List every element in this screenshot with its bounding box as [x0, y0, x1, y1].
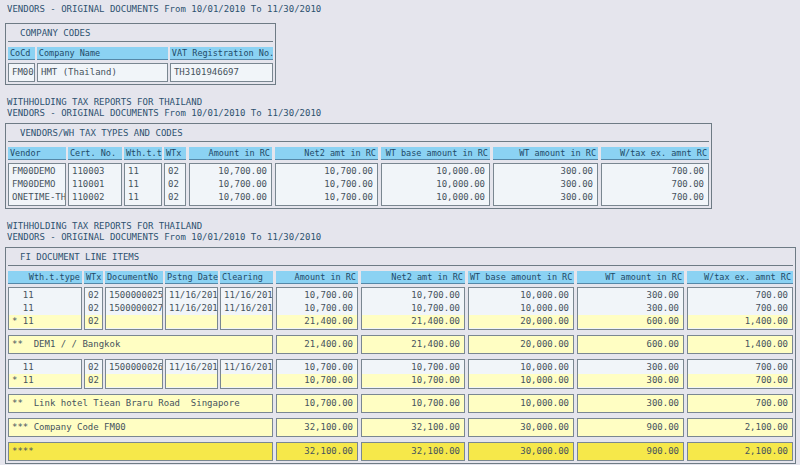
column-header-vat-no: VAT Registration No.	[170, 47, 273, 60]
cell: 10,700.00	[277, 302, 357, 315]
cell: 700.00	[602, 165, 708, 178]
cell: FM00DEMO	[9, 165, 65, 178]
wt-amount-rc-cell: 900.00	[577, 442, 684, 461]
report-title: WITHHOLDING TAX REPORTS FOR THAILAND	[7, 221, 800, 232]
subtotal-cell	[106, 315, 162, 328]
column-header-amount-rc: Amount in RC	[276, 271, 358, 284]
cell: ONETIME-TH	[9, 191, 65, 204]
cell: 11	[9, 361, 81, 374]
fi-line-items-section: FI DOCUMENT LINE ITEMS Wth.t.type WTx Do…	[5, 247, 796, 464]
cell: 02	[85, 361, 102, 374]
wth-t-type-column: 11 * 11	[8, 359, 82, 389]
subtotal-cell	[166, 315, 217, 328]
amount-rc-column: 10,700.00 10,700.00 10,700.00	[189, 163, 272, 206]
cell: 10,700.00	[276, 191, 377, 204]
fi-group-1: 11 11 * 11 02 02 02 1500000025 150000002…	[8, 287, 793, 330]
subtotal-cell	[166, 374, 217, 387]
wt-base-rc-column: 10,000.00 10,000.00	[468, 359, 574, 389]
net2-rc-cell: 21,400.00	[361, 335, 465, 354]
amount-rc-column: 10,700.00 10,700.00	[276, 359, 358, 389]
fi-header-row: Wth.t.type WTx DocumentNo Pstng Date Cle…	[8, 271, 793, 284]
cell: 11/16/2010	[166, 289, 217, 302]
subtotal-cell: 1,400.00	[688, 315, 792, 328]
cell: 110002	[69, 191, 121, 204]
wtax-exempt-rc-cell: 700.00	[687, 394, 793, 413]
cell: 10,000.00	[469, 289, 573, 302]
wt-amount-rc-cell: 600.00	[577, 335, 684, 354]
vendor-total-row-link-hotel: ** Link hotel Tiean Braru Road Singapore…	[8, 394, 793, 413]
wt-amount-rc-column: 300.00 300.00 300.00	[493, 163, 598, 206]
wtax-exempt-rc-column: 700.00 700.00	[687, 359, 793, 389]
net2-rc-cell: 10,700.00	[361, 394, 465, 413]
column-header-wth-t-type: Wth.t.type	[8, 271, 82, 284]
wt-amount-rc-column: 300.00 300.00	[577, 359, 684, 389]
wtx-column: 02 02	[84, 359, 103, 389]
net2-rc-column: 10,700.00 10,700.00	[361, 359, 465, 389]
wtx-column: 02 02 02	[84, 287, 103, 330]
cell: 10,000.00	[382, 191, 489, 204]
cell: 10,700.00	[276, 165, 377, 178]
column-header-company-name: Company Name	[37, 47, 168, 60]
cell: 10,700.00	[277, 361, 357, 374]
cell: 10,700.00	[190, 165, 271, 178]
cell: 02	[85, 289, 102, 302]
pstng-date-column: 11/16/2010 11/16/2010	[165, 287, 218, 330]
vendor-tax-rows: FM00DEMO FM00DEMO ONETIME-TH 110003 1100…	[8, 163, 709, 206]
wt-base-rc-cell: 10,000.00	[468, 394, 574, 413]
cell: 300.00	[494, 191, 597, 204]
cocd-cell: FM00	[8, 63, 35, 82]
cell: 11/16/2010	[221, 302, 272, 315]
subtotal-cell	[221, 374, 272, 387]
column-header-wt-base-rc: WT base amount in RC	[381, 147, 490, 160]
company-codes-title: COMPANY CODES	[8, 26, 273, 42]
company-total-label-cell: *** Company Code FM00	[8, 418, 273, 437]
subtotal-cell: 600.00	[578, 315, 683, 328]
column-header-wtx: WTx	[164, 147, 186, 160]
column-header-clearing: Clearing	[220, 271, 273, 284]
column-header-documentno: DocumentNo	[105, 271, 163, 284]
column-header-wtax-exempt-rc: W/tax ex. amnt RC	[687, 271, 793, 284]
report-title: WITHHOLDING TAX REPORTS FOR THAILAND	[7, 97, 800, 108]
cell: 10,700.00	[276, 178, 377, 191]
wth-t-t-column: 11 11 11	[124, 163, 162, 206]
wt-base-rc-column: 10,000.00 10,000.00 10,000.00	[381, 163, 490, 206]
vendor-tax-section: VENDORS/WH TAX TYPES AND CODES Vendor Ce…	[5, 123, 712, 209]
subtotal-cell: 21,400.00	[277, 315, 357, 328]
wt-amount-rc-cell: 300.00	[577, 394, 684, 413]
cell: 300.00	[494, 178, 597, 191]
documentno-column: 1500000026	[105, 359, 163, 389]
vendor-tax-title: VENDORS/WH TAX TYPES AND CODES	[8, 126, 709, 142]
wt-base-rc-cell: 20,000.00	[468, 335, 574, 354]
cell: 02	[165, 178, 185, 191]
subtotal-cell: 700.00	[688, 374, 792, 387]
wtx-column: 02 02 02	[164, 163, 186, 206]
subtotal-cell: 10,700.00	[362, 374, 464, 387]
vendor-total-label-cell: ** Link hotel Tiean Braru Road Singapore	[8, 394, 273, 413]
report-page: VENDORS - ORIGINAL DOCUMENTS From 10/01/…	[0, 0, 800, 464]
subtotal-cell: 10,000.00	[469, 374, 573, 387]
wt-amount-rc-column: 300.00 300.00 600.00	[577, 287, 684, 330]
vendor-total-row-dem1: ** DEM1 / / Bangkok 21,400.00 21,400.00 …	[8, 335, 793, 354]
cell: 11/16/2010	[221, 289, 272, 302]
amount-rc-cell: 32,100.00	[276, 418, 358, 437]
cell: 11	[125, 165, 161, 178]
net2-rc-cell: 32,100.00	[361, 418, 465, 437]
cell: 110001	[69, 178, 121, 191]
cell: 10,700.00	[362, 361, 464, 374]
wt-amount-rc-cell: 900.00	[577, 418, 684, 437]
amount-rc-cell: 21,400.00	[276, 335, 358, 354]
column-header-wt-base-rc: WT base amount in RC	[468, 271, 574, 284]
net2-rc-column: 10,700.00 10,700.00 21,400.00	[361, 287, 465, 330]
subtotal-cell: 02	[85, 315, 102, 328]
wt-base-rc-cell: 30,000.00	[468, 442, 574, 461]
amount-rc-cell: 10,700.00	[276, 394, 358, 413]
cell: 11/16/2010	[166, 302, 217, 315]
amount-rc-column: 10,700.00 10,700.00 21,400.00	[276, 287, 358, 330]
cell: 11	[9, 302, 81, 315]
cell: 700.00	[602, 178, 708, 191]
vat-no-cell: TH3101946697	[170, 63, 273, 82]
cell: 10,000.00	[382, 178, 489, 191]
net2-rc-cell: 32,100.00	[361, 442, 465, 461]
subtotal-cell: 21,400.00	[362, 315, 464, 328]
report-subtitle: VENDORS - ORIGINAL DOCUMENTS From 10/01/…	[7, 232, 800, 243]
